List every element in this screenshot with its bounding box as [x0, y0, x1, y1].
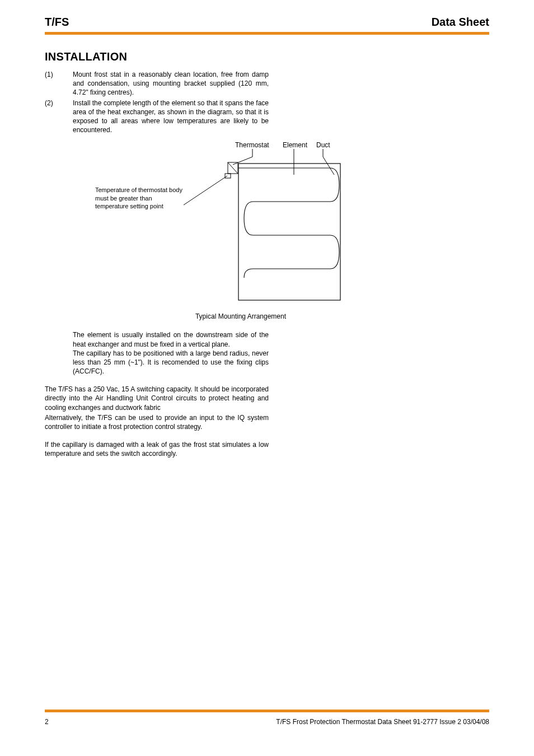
step-1: (1) Mount frost stat in a reasonably cle…: [45, 70, 269, 97]
header-accent-bar: [45, 32, 489, 35]
header-left: T/FS: [45, 16, 69, 29]
step-number: (2): [45, 99, 73, 135]
svg-rect-10: [225, 174, 231, 178]
indent-para-2: The capillary has to be positioned with …: [73, 349, 269, 376]
footer-doc-reference: T/FS Frost Protection Thermostat Data Sh…: [276, 718, 489, 726]
diagram-svg: [95, 141, 386, 309]
indent-para-1: The element is usually installed on the …: [73, 330, 269, 348]
step-2: (2) Install the complete length of the e…: [45, 99, 269, 135]
page-header: T/FS Data Sheet: [45, 16, 489, 32]
svg-rect-7: [238, 164, 340, 300]
page-footer: 2 T/FS Frost Protection Thermostat Data …: [45, 718, 489, 726]
step-text: Install the complete length of the eleme…: [73, 99, 269, 135]
svg-line-5: [323, 157, 334, 175]
svg-line-9: [228, 162, 238, 174]
mounting-diagram: Thermostat Element Duct Temperature of t…: [95, 141, 386, 309]
svg-line-6: [184, 176, 227, 205]
footer-accent-bar: [45, 710, 489, 712]
step-number: (1): [45, 70, 73, 97]
section-heading: INSTALLATION: [45, 50, 489, 63]
indent-paragraphs: The element is usually installed on the …: [45, 330, 269, 376]
diagram-caption: Typical Mounting Arrangement: [95, 312, 386, 320]
body-para-2: Alternatively, the T/FS can be used to p…: [45, 413, 269, 431]
footer-page-number: 2: [45, 718, 49, 726]
steps-column: (1) Mount frost stat in a reasonably cle…: [45, 70, 269, 134]
header-right: Data Sheet: [432, 16, 489, 29]
step-text: Mount frost stat in a reasonably clean l…: [73, 70, 269, 97]
body-para-1: The T/FS has a 250 Vac, 15 A switching c…: [45, 385, 269, 412]
body-paragraphs: The T/FS has a 250 Vac, 15 A switching c…: [45, 385, 269, 458]
body-para-3: If the capillary is damaged with a leak …: [45, 440, 269, 458]
